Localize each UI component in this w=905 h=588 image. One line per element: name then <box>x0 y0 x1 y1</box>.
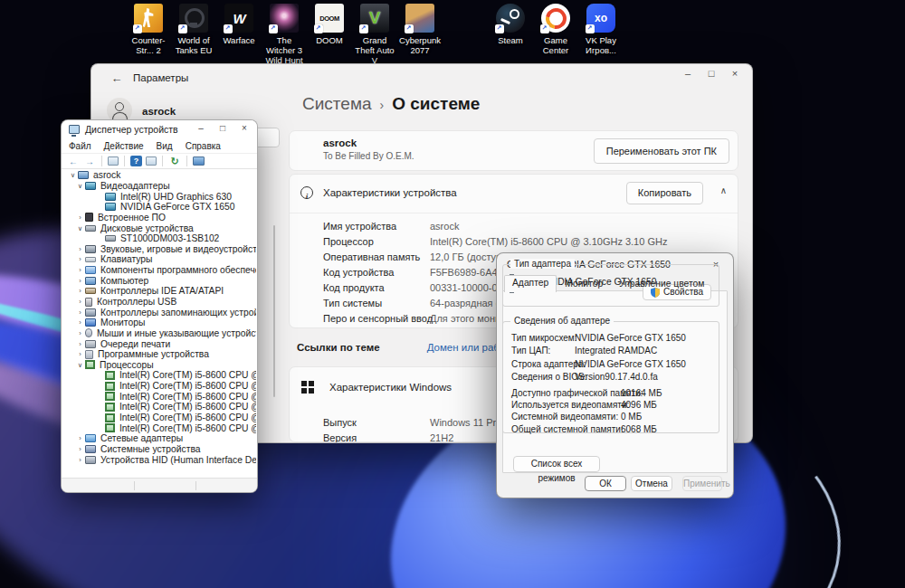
tree-expander-icon[interactable]: › <box>75 213 85 222</box>
tree-item[interactable]: Intel(R) Core(TM) i5-8600 CPU @ 3.10GHz <box>62 402 256 413</box>
tree-item[interactable]: › Очереди печати <box>62 338 256 349</box>
ok-button[interactable]: ОК <box>585 476 626 491</box>
tree-item[interactable]: › Программные устройства <box>62 349 256 360</box>
close-icon[interactable]: × <box>723 64 747 84</box>
desktop-icon[interactable]: Counter-Str... 2 <box>126 4 171 66</box>
desktop-icon[interactable]: W Warface <box>216 4 262 66</box>
tree-item[interactable]: › Звуковые, игровые и видеоустройства <box>62 243 256 254</box>
cancel-button[interactable]: Отмена <box>631 476 672 491</box>
tree-item[interactable]: Intel(R) Core(TM) i5-8600 CPU @ 3.10GHz <box>62 370 256 381</box>
rename-pc-button[interactable]: Переименовать этот ПК <box>594 138 729 164</box>
desktop-icon[interactable]: DOOM DOOM <box>307 4 352 66</box>
tree-item[interactable]: Intel(R) Core(TM) i5-8600 CPU @ 3.10GHz <box>62 422 256 433</box>
tree-expander-icon[interactable]: › <box>75 329 85 337</box>
tree-expander-icon[interactable]: ∨ <box>75 224 85 232</box>
tree-expander-icon[interactable]: › <box>75 445 85 453</box>
tree-expander-icon[interactable]: ∨ <box>68 171 78 179</box>
tree-item[interactable]: › Контроллеры IDE ATA/ATAPI <box>62 286 256 297</box>
forward-icon[interactable]: → <box>83 156 96 166</box>
menu-item[interactable]: Вид <box>157 141 173 151</box>
tree-item[interactable]: ∨ Дисковые устройства <box>62 223 256 233</box>
menu-item[interactable]: Справка <box>186 141 221 151</box>
device-manager-window-controls: – □ × <box>190 120 255 137</box>
tree-item[interactable]: NVIDIA GeForce GTX 1650 <box>62 202 256 213</box>
tree-item[interactable]: › Контроллеры запоминающих устройств <box>62 307 256 318</box>
maximize-icon[interactable]: □ <box>212 120 233 137</box>
breadcrumb-parent[interactable]: Система <box>302 94 372 114</box>
dialog-tab[interactable]: Управление цветом <box>611 276 712 291</box>
properties-icon[interactable] <box>108 156 119 166</box>
tree-item[interactable]: › Мониторы <box>62 318 256 328</box>
desktop-icon-art <box>270 4 299 33</box>
device-category-icon <box>105 423 115 432</box>
info-icon <box>300 186 313 199</box>
tree-item[interactable]: › Встроенное ПО <box>62 213 256 223</box>
tree-item[interactable]: ∨ asrock <box>62 170 256 181</box>
tree-expander-icon[interactable]: › <box>75 245 85 253</box>
tree-item[interactable]: › Устройства HID (Human Interface Device… <box>62 454 256 465</box>
settings-nav-scrollbar[interactable] <box>273 225 275 397</box>
tree-item[interactable]: › Системные устройства <box>62 444 256 455</box>
desktop-icon[interactable]: Steam <box>488 4 533 66</box>
minimize-icon[interactable]: – <box>676 64 700 84</box>
tree-expander-icon[interactable]: › <box>75 308 85 317</box>
list-view-icon[interactable] <box>146 156 157 166</box>
tree-expander-icon[interactable]: › <box>75 287 85 295</box>
tree-expander-icon[interactable]: › <box>75 350 85 358</box>
dialog-tab[interactable]: Монитор <box>557 276 611 291</box>
tree-item[interactable]: › Мыши и иные указывающие устройства <box>62 328 256 339</box>
desktop-icon-glyph: V <box>369 8 381 28</box>
close-icon[interactable]: × <box>233 120 255 137</box>
tree-expander-icon[interactable]: › <box>75 298 85 306</box>
device-manager-window: Диспетчер устройств – □ × ФайлДействиеВи… <box>61 119 258 493</box>
adapter-chip-rows: Тип микросхем: NVIDIA GeForce GTX 1650 Т… <box>511 331 715 384</box>
back-icon[interactable]: ← <box>67 156 80 166</box>
desktop-icon[interactable]: Cyberpunk 2077 <box>397 4 443 66</box>
menu-item[interactable]: Файл <box>69 141 91 151</box>
tree-item[interactable]: Intel(R) Core(TM) i5-8600 CPU @ 3.10GHz <box>62 391 256 402</box>
device-manager-titlebar[interactable]: Диспетчер устройств – □ × <box>62 120 257 139</box>
chevron-up-icon[interactable]: ∧ <box>720 185 727 195</box>
tree-item[interactable]: Intel(R) Core(TM) i5-8600 CPU @ 3.10GHz <box>62 381 256 392</box>
desktop-icon[interactable]: The Witcher 3 Wild Hunt <box>262 4 307 66</box>
tree-item[interactable]: ∨ Видеоадаптеры <box>62 181 256 192</box>
spec-label: Имя устройства <box>323 221 430 232</box>
tree-item[interactable]: › Клавиатуры <box>62 254 256 265</box>
tree-item[interactable]: Intel(R) Core(TM) i5-8600 CPU @ 3.10GHz <box>62 413 256 423</box>
scan-hardware-icon[interactable]: ↻ <box>168 156 181 167</box>
dialog-tab[interactable]: Адаптер <box>504 275 557 292</box>
desktop-icon[interactable]: World of Tanks EU <box>171 4 216 66</box>
desktop-icon[interactable]: xo VK Play Игров... <box>578 4 624 66</box>
settings-titlebar[interactable]: ← Параметры – □ × <box>91 64 752 93</box>
tree-expander-icon[interactable]: › <box>75 434 85 442</box>
menu-item[interactable]: Действие <box>104 141 144 151</box>
tree-item-label: Процессоры <box>100 360 154 370</box>
apply-button[interactable]: Применить <box>682 476 722 491</box>
desktop-icon[interactable]: Game Center <box>533 4 578 66</box>
tree-item[interactable]: › Компоненты программного обеспечения <box>62 265 256 276</box>
monitor-icon[interactable] <box>193 156 205 166</box>
desktop-icon-label: World of Tanks EU <box>171 36 216 56</box>
list-all-modes-button[interactable]: Список всех режимов <box>513 456 600 472</box>
tree-item[interactable]: Intel(R) UHD Graphics 630 <box>62 191 256 202</box>
tree-expander-icon[interactable]: › <box>75 340 85 348</box>
help-icon[interactable]: ? <box>130 156 142 166</box>
device-category-icon <box>85 288 96 294</box>
tree-expander-icon[interactable]: › <box>75 266 85 274</box>
minimize-icon[interactable]: – <box>190 120 212 137</box>
desktop-icon[interactable]: V Grand Theft Auto V <box>352 4 397 66</box>
tree-expander-icon[interactable]: › <box>75 255 85 263</box>
tree-expander-icon[interactable]: › <box>75 277 85 285</box>
copy-button[interactable]: Копировать <box>626 182 703 204</box>
tree-expander-icon[interactable]: › <box>75 318 85 327</box>
tree-item[interactable]: › Сетевые адаптеры <box>62 433 256 444</box>
tree-item[interactable]: ∨ Процессоры <box>62 360 256 371</box>
tree-expander-icon[interactable]: ∨ <box>75 182 85 190</box>
tree-item[interactable]: › Контроллеры USB <box>62 297 256 308</box>
tree-item[interactable]: ST1000DM003-1SB102 <box>62 233 256 244</box>
tree-expander-icon[interactable]: ∨ <box>75 361 85 369</box>
tree-item[interactable]: › Компьютер <box>62 275 256 286</box>
maximize-icon[interactable]: □ <box>700 64 723 84</box>
tree-expander-icon[interactable]: › <box>75 456 85 464</box>
back-arrow-icon[interactable]: ← <box>106 70 128 88</box>
